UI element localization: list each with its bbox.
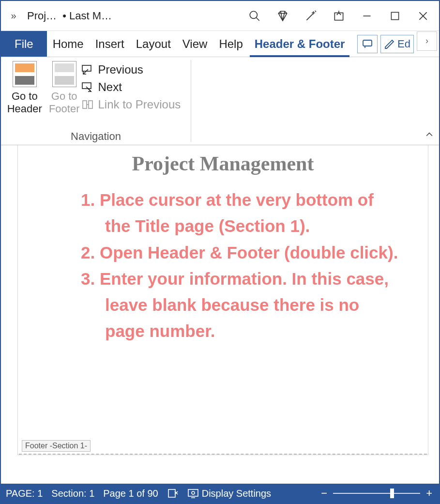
link-to-previous-label: Link to Previous <box>98 98 181 111</box>
magic-wand-icon[interactable] <box>297 6 325 26</box>
autosave-status: • Last M… <box>60 10 115 22</box>
zoom-in-button[interactable]: + <box>424 487 434 500</box>
tab-header-footer[interactable]: Header & Footer <box>249 31 351 57</box>
previous-label: Previous <box>98 63 143 76</box>
next-label: Next <box>98 80 121 94</box>
title-dropdown-icon[interactable] <box>115 11 122 21</box>
app-window: » Proj… • Last M… File Home I <box>0 0 440 504</box>
svg-rect-16 <box>363 40 372 46</box>
ribbon-overflow-button[interactable]: › <box>417 31 437 51</box>
svg-line-1 <box>256 17 259 21</box>
ribbon-tabs: File Home Insert Layout View Help Header… <box>1 31 439 57</box>
tab-layout[interactable]: Layout <box>130 31 177 57</box>
svg-rect-22 <box>89 101 92 108</box>
svg-line-20 <box>86 87 91 92</box>
svg-rect-10 <box>334 13 343 20</box>
titlebar: » Proj… • Last M… <box>1 1 439 31</box>
send-to-front-icon[interactable] <box>325 6 353 26</box>
next-section-button[interactable]: Next <box>81 80 181 94</box>
svg-line-6 <box>306 14 313 20</box>
quick-access-more-button[interactable]: » <box>3 10 24 21</box>
svg-point-28 <box>192 491 195 494</box>
statusbar: PAGE: 1 Section: 1 Page 1 of 90 Display … <box>1 484 439 503</box>
collapse-ribbon-icon[interactable] <box>425 130 434 142</box>
status-spellcheck-icon[interactable] <box>167 488 179 499</box>
svg-rect-21 <box>83 101 87 108</box>
svg-rect-24 <box>168 489 175 497</box>
svg-rect-19 <box>82 83 91 89</box>
go-to-footer-button: Go toFooter <box>49 61 80 116</box>
editing-mode-button[interactable]: Ed <box>380 35 414 53</box>
display-settings-button[interactable]: Display Settings <box>187 488 271 499</box>
tab-help[interactable]: Help <box>213 31 248 57</box>
zoom-slider[interactable] <box>333 493 420 494</box>
ribbon-panel: Go toHeader Go toFooter Previous <box>1 57 439 145</box>
editing-label: Ed <box>397 38 410 50</box>
tab-insert[interactable]: Insert <box>90 31 130 57</box>
footer-section-tag: Footer -Section 1- <box>22 440 91 452</box>
maximize-button[interactable] <box>381 6 409 26</box>
header-icon <box>13 61 37 87</box>
svg-rect-27 <box>188 489 198 496</box>
close-button[interactable] <box>409 6 437 26</box>
page-title: Project Management <box>18 145 428 175</box>
status-page-of: Page 1 of 90 <box>103 488 158 499</box>
svg-line-9 <box>315 11 316 12</box>
instruction-step-3: 3. Enter your information. In this case,… <box>81 266 399 345</box>
tab-view[interactable]: View <box>177 31 213 57</box>
goto-header-l1: Go to <box>12 90 38 102</box>
link-to-previous-button: Link to Previous <box>81 98 181 111</box>
instruction-step-2: 2. Open Header & Footer (double click). <box>81 240 399 266</box>
minimize-button[interactable] <box>353 6 381 26</box>
goto-header-l2: Header <box>7 103 42 115</box>
zoom-slider-thumb[interactable] <box>390 489 394 498</box>
previous-section-button[interactable]: Previous <box>81 63 181 76</box>
svg-line-18 <box>83 69 88 74</box>
zoom-control: − + <box>319 487 434 500</box>
display-settings-label: Display Settings <box>202 488 271 499</box>
goto-footer-l2: Footer <box>49 103 80 115</box>
overlay-instructions: 1. Place cursor at the very bottom of th… <box>18 175 428 354</box>
premium-diamond-icon[interactable] <box>269 6 297 26</box>
document-area[interactable]: Project Management 1. Place cursor at th… <box>1 145 439 484</box>
tab-file[interactable]: File <box>1 31 47 57</box>
document-page: Project Management 1. Place cursor at th… <box>17 145 428 455</box>
status-page: PAGE: 1 <box>6 488 43 499</box>
comments-button[interactable] <box>357 35 378 53</box>
status-section: Section: 1 <box>51 488 94 499</box>
svg-point-0 <box>250 11 257 18</box>
svg-rect-13 <box>391 12 398 19</box>
document-name: Proj… <box>24 10 60 22</box>
tab-home[interactable]: Home <box>47 31 90 57</box>
instruction-step-1: 1. Place cursor at the very bottom of th… <box>81 187 399 240</box>
footer-icon <box>52 61 76 87</box>
zoom-out-button[interactable]: − <box>319 487 329 500</box>
ribbon-group-title: Navigation <box>1 130 191 143</box>
go-to-header-button[interactable]: Go toHeader <box>7 61 42 116</box>
search-icon[interactable] <box>241 6 269 26</box>
goto-footer-l1: Go to <box>51 90 77 102</box>
footer-separator <box>19 454 427 455</box>
